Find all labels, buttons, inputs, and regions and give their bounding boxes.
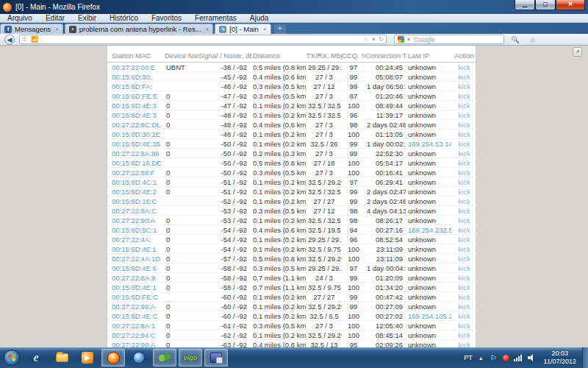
kick-link[interactable]: kick — [451, 120, 477, 130]
taskbar-app-media-player[interactable]: ▶ — [76, 349, 99, 367]
tab-mensagens[interactable]: fMensagens× — [0, 24, 63, 34]
kick-link[interactable]: kick — [451, 110, 477, 120]
bookmark-star-icon[interactable]: ☆ — [363, 36, 368, 43]
column-header-action[interactable]: Action — [451, 50, 477, 63]
menu-item-ferramentas[interactable]: Ferramentas — [193, 14, 238, 22]
show-desktop-button[interactable] — [582, 347, 588, 368]
station-mac-link[interactable]: 00:27:22:00:E — [107, 63, 165, 72]
kick-link[interactable]: kick — [451, 244, 477, 254]
kick-link[interactable]: kick — [451, 340, 477, 348]
taskbar-app-globe-app[interactable] — [127, 349, 151, 367]
menu-item-historico[interactable]: Histórico — [108, 14, 140, 22]
kick-link[interactable]: kick — [451, 321, 477, 330]
station-mac-link[interactable]: 00:27:22:8C:DL — [107, 120, 165, 130]
search-engine-dropdown-icon[interactable]: ▼ — [406, 38, 411, 42]
kick-link[interactable]: kick — [451, 225, 477, 235]
rss-icon[interactable]: 📶 — [31, 36, 38, 43]
station-mac-link[interactable]: 00:27:22:88:F — [107, 168, 165, 177]
station-mac-link[interactable]: 00:15:6D:4C:1 — [107, 177, 165, 187]
station-mac-link[interactable]: 00:15:6D:30:2E — [107, 130, 165, 139]
tab-close-icon[interactable]: × — [55, 26, 59, 32]
taskbar-app-vigo-app[interactable]: vigo — [179, 349, 202, 367]
column-header-last-ip[interactable]: Last IP — [406, 50, 451, 63]
column-header-tx-rx-mbps[interactable]: TX/RX, Mbps — [306, 50, 342, 63]
menu-item-ajuda[interactable]: Ajuda — [248, 14, 270, 22]
kick-link[interactable]: kick — [451, 263, 477, 273]
station-mac-link[interactable]: 00:15:6D:30: — [107, 72, 165, 82]
clock[interactable]: 20:03 11/07/2012 — [544, 350, 576, 366]
kick-link[interactable]: kick — [451, 235, 477, 244]
language-indicator[interactable]: PT — [464, 354, 473, 361]
station-mac-link[interactable]: 00:27:22:8A:C — [107, 206, 165, 216]
kick-link[interactable]: kick — [451, 139, 477, 149]
kick-link[interactable]: kick — [451, 130, 477, 139]
new-tab-button[interactable]: + — [274, 24, 286, 34]
kick-link[interactable]: kick — [451, 197, 477, 206]
dropdown-arrow-icon[interactable]: ▾ — [372, 36, 375, 43]
kick-link[interactable]: kick — [451, 292, 477, 302]
search-go-icon[interactable]: 🔍 — [509, 35, 522, 45]
kick-link[interactable]: kick — [451, 149, 477, 158]
menu-item-exibir[interactable]: Exibir — [76, 14, 98, 22]
last-ip-link[interactable]: 169.254.232.53 — [406, 225, 451, 235]
tab-0-main[interactable]: ϟ[0] - Main× — [215, 24, 270, 34]
column-header-ccq[interactable]: CCQ, % — [342, 50, 365, 63]
kick-link[interactable]: kick — [451, 168, 477, 177]
station-mac-link[interactable]: 00:15:6D:4E:35 — [107, 139, 165, 149]
kick-link[interactable]: kick — [451, 302, 477, 311]
station-mac-link[interactable]: 00:27:22:4A:1D — [107, 254, 165, 263]
station-mac-link[interactable]: 00:15:6D:FE:E — [107, 91, 165, 101]
kick-link[interactable]: kick — [451, 273, 477, 283]
station-mac-link[interactable]: 00:27:22:8A:9 — [107, 273, 165, 283]
kick-link[interactable]: kick — [451, 91, 477, 101]
station-mac-link[interactable]: 00:15:6D:16:C — [107, 197, 165, 206]
taskbar-app-windows-explorer[interactable] — [50, 349, 74, 367]
kick-link[interactable]: kick — [451, 311, 477, 321]
search-input[interactable]: ▼ Google — [394, 35, 504, 44]
menu-item-editar[interactable]: Editar — [44, 14, 66, 22]
kick-link[interactable]: kick — [451, 72, 477, 82]
station-mac-link[interactable]: 00:15:6D:4E:3 — [107, 110, 165, 120]
kick-link[interactable]: kick — [451, 206, 477, 216]
station-mac-link[interactable]: 00:15:6D:4E:1 — [107, 244, 165, 254]
station-mac-link[interactable]: 00:15:6D:FA: — [107, 82, 165, 91]
kick-link[interactable]: kick — [451, 187, 477, 197]
minimize-button[interactable]: ▁ — [514, 0, 535, 10]
network-signal-icon[interactable] — [514, 354, 523, 362]
kick-link[interactable]: kick — [451, 254, 477, 263]
menu-item-favoritos[interactable]: Favoritos — [150, 14, 183, 22]
start-button[interactable] — [4, 350, 20, 366]
kick-link[interactable]: kick — [451, 63, 477, 72]
reload-icon[interactable]: ↻ — [379, 36, 384, 43]
close-button[interactable]: ✕ — [556, 0, 585, 10]
column-header-connection-time[interactable]: Connection Time — [365, 50, 406, 63]
kick-link[interactable]: kick — [451, 216, 477, 225]
station-mac-link[interactable]: 00:15:6D:4E:1 — [107, 283, 165, 292]
station-mac-link[interactable]: 00:27:22:90:A — [107, 340, 165, 348]
tab-problema-com-antena-hyperlink-res[interactable]: ›problema com antena hyperlink - Res...× — [65, 24, 213, 34]
column-header-signal-noise-dbm[interactable]: Signal / Noise, dBm ▾ — [198, 50, 251, 63]
alert-icon[interactable] — [503, 355, 509, 361]
station-mac-link[interactable]: 00:27:22:94:C — [107, 330, 165, 340]
station-mac-link[interactable]: 00:27:22:8A:99 — [107, 149, 165, 158]
taskbar-app-internet-explorer[interactable]: e — [24, 349, 48, 367]
station-mac-link[interactable]: 00:27:22:90:A — [107, 216, 165, 225]
station-mac-link[interactable]: 00:15:6D:4E:2 — [107, 187, 165, 197]
station-mac-link[interactable]: 00:15:6D:16:DE — [107, 158, 165, 168]
station-mac-link[interactable]: 00:15:6D:5C:1 — [107, 225, 165, 235]
taskbar-app-firefox[interactable] — [101, 349, 125, 367]
home-icon[interactable]: ⌂ — [526, 35, 539, 45]
tab-close-icon[interactable]: × — [263, 26, 267, 32]
column-header-device-name[interactable]: Device Name — [165, 50, 198, 63]
column-header-station-mac[interactable]: Station MAC — [107, 50, 165, 63]
kick-link[interactable]: kick — [451, 330, 477, 340]
taskbar-app-messenger[interactable] — [153, 349, 176, 367]
kick-link[interactable]: kick — [451, 177, 477, 187]
tab-close-icon[interactable]: × — [206, 26, 209, 32]
volume-icon[interactable] — [528, 354, 536, 362]
last-ip-link[interactable]: 169.254.105.238 — [406, 311, 451, 321]
last-ip-link[interactable]: 169.254.53.146 — [406, 139, 451, 149]
station-mac-link[interactable]: 00:15:6D:4E:C — [107, 311, 165, 321]
back-button[interactable]: ◀ — [4, 35, 15, 45]
menu-item-arquivo[interactable]: Arquivo — [6, 14, 34, 22]
